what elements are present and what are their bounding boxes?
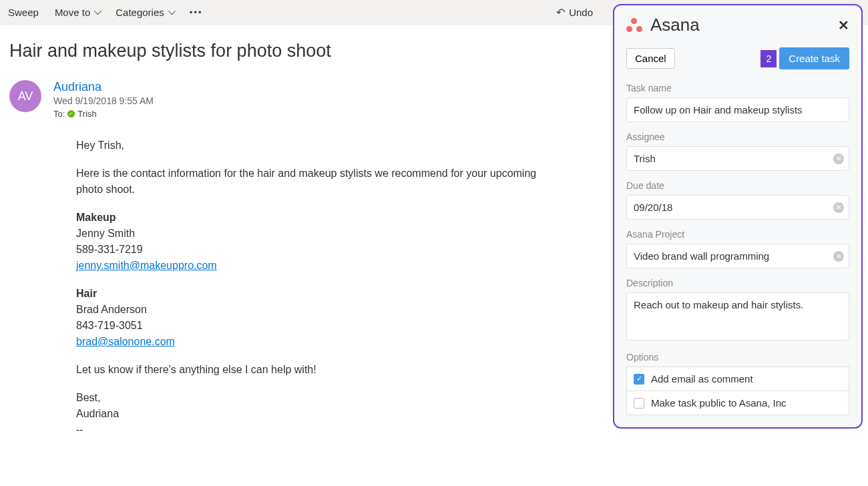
project-label: Asana Project: [626, 229, 849, 240]
create-task-button[interactable]: Create task: [779, 47, 849, 69]
more-actions-button[interactable]: [190, 7, 203, 17]
avatar: AV: [9, 80, 41, 112]
body-closing: Let us know if there's anything else I c…: [76, 362, 544, 378]
categories-label: Categories: [116, 7, 164, 18]
asana-panel: Asana ✕ Cancel 2 Create task Task name A…: [613, 4, 863, 429]
asana-header: Asana ✕: [626, 15, 849, 35]
checkbox-icon[interactable]: ✓: [634, 374, 644, 385]
body-intro: Here is the contact information for the …: [76, 166, 544, 198]
asana-title: Asana: [650, 15, 838, 35]
body-section-hair: Hair Brad Anderson 843-719-3051 brad@sal…: [76, 286, 544, 350]
to-name: Trish: [77, 109, 96, 119]
undo-button[interactable]: ↶ Undo: [556, 6, 593, 19]
email-body: Hey Trish, Here is the contact informati…: [76, 138, 544, 438]
task-name-label: Task name: [626, 83, 849, 93]
to-label: To:: [53, 109, 65, 119]
body-section-makeup: Makeup Jenny Smith 589-331-7219 jenny.sm…: [76, 210, 544, 274]
sweep-button[interactable]: Sweep: [8, 7, 39, 18]
description-label: Description: [626, 278, 849, 288]
email-date: Wed 9/19/2018 9:55 AM: [53, 95, 700, 106]
clear-icon[interactable]: ✕: [833, 154, 844, 164]
option-add-email[interactable]: ✓ Add email as comment: [626, 367, 849, 391]
contact-name: Brad Anderson: [76, 304, 147, 315]
body-greeting: Hey Trish,: [76, 138, 544, 154]
undo-label: Undo: [569, 7, 593, 18]
categories-button[interactable]: Categories: [116, 7, 174, 18]
chevron-down-icon: [168, 7, 176, 15]
project-input[interactable]: [626, 244, 849, 268]
due-date-input[interactable]: [626, 195, 849, 220]
assignee-input[interactable]: [626, 146, 849, 171]
section-title: Hair: [76, 288, 97, 299]
email-recipients: To: Trish: [53, 109, 700, 119]
close-button[interactable]: ✕: [838, 17, 849, 33]
section-title: Makeup: [76, 212, 116, 223]
asana-buttons: Cancel 2 Create task: [626, 47, 849, 69]
sender-name[interactable]: Audriana: [53, 80, 101, 94]
move-to-label: Move to: [55, 7, 90, 18]
callout-2: 2: [761, 50, 777, 67]
option-label: Add email as comment: [651, 373, 753, 385]
contact-email-link[interactable]: jenny.smith@makeuppro.com: [76, 260, 217, 271]
task-name-input[interactable]: [626, 97, 849, 122]
presence-icon: [67, 110, 75, 117]
clear-icon[interactable]: ✕: [833, 202, 844, 213]
body-signoff: Best, Audriana --: [76, 390, 544, 438]
contact-phone: 589-331-7219: [76, 244, 143, 255]
option-label: Make task public to Asana, Inc: [651, 397, 787, 409]
assignee-label: Assignee: [626, 132, 849, 142]
undo-icon: ↶: [556, 6, 565, 19]
move-to-button[interactable]: Move to: [55, 7, 99, 18]
description-input[interactable]: [626, 292, 849, 340]
clear-icon[interactable]: ✕: [833, 251, 844, 262]
email-meta: Audriana Wed 9/19/2018 9:55 AM To: Trish: [53, 80, 700, 119]
chevron-down-icon: [94, 7, 101, 15]
checkbox-icon[interactable]: [634, 398, 644, 409]
option-make-public[interactable]: Make task public to Asana, Inc: [626, 391, 849, 415]
contact-phone: 843-719-3051: [76, 320, 143, 331]
due-date-label: Due date: [626, 180, 849, 191]
contact-email-link[interactable]: brad@salonone.com: [76, 336, 175, 347]
asana-logo-icon: [626, 18, 642, 33]
cancel-button[interactable]: Cancel: [626, 48, 675, 69]
contact-name: Jenny Smith: [76, 228, 135, 239]
options-label: Options: [626, 352, 849, 362]
